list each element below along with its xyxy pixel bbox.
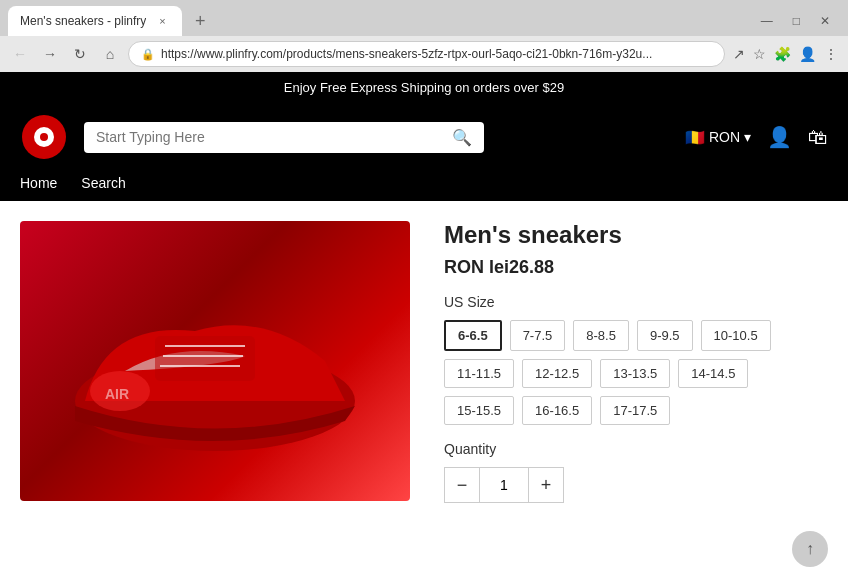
window-minimize-button[interactable]: — xyxy=(755,12,779,30)
size-button-1[interactable]: 7-7.5 xyxy=(510,320,566,351)
flag-icon: 🇷🇴 xyxy=(685,128,705,147)
nav-home-link[interactable]: Home xyxy=(20,175,57,191)
nav-forward-button[interactable]: → xyxy=(38,42,62,66)
size-button-7[interactable]: 13-13.5 xyxy=(600,359,670,388)
promo-banner: Enjoy Free Express Shipping on orders ov… xyxy=(0,72,848,103)
menu-icon[interactable]: ⋮ xyxy=(822,44,840,64)
size-button-4[interactable]: 10-10.5 xyxy=(701,320,771,351)
product-price: RON lei26.88 xyxy=(444,257,818,278)
product-image: AIR xyxy=(20,221,410,501)
svg-point-2 xyxy=(40,133,48,141)
address-actions: ↗ ☆ 🧩 👤 ⋮ xyxy=(731,44,840,64)
quantity-value: 1 xyxy=(480,467,528,503)
window-controls: — □ ✕ xyxy=(755,12,840,30)
product-image-visual: AIR xyxy=(20,221,410,501)
quantity-label: Quantity xyxy=(444,441,818,457)
svg-text:AIR: AIR xyxy=(105,386,129,402)
extensions-icon[interactable]: 🧩 xyxy=(772,44,793,64)
size-button-8[interactable]: 14-14.5 xyxy=(678,359,748,388)
profile-icon[interactable]: 👤 xyxy=(797,44,818,64)
active-tab[interactable]: Men's sneakers - plinfry × xyxy=(8,6,182,36)
currency-selector[interactable]: 🇷🇴 RON ▾ xyxy=(685,128,751,147)
size-grid: 6-6.5 7-7.5 8-8.5 9-9.5 10-10.5 11-11.5 … xyxy=(444,320,818,425)
size-label: US Size xyxy=(444,294,818,310)
site-nav: Home Search xyxy=(0,171,848,201)
nav-home-button[interactable]: ⌂ xyxy=(98,42,122,66)
scroll-top-button[interactable]: ↑ xyxy=(792,531,828,567)
nav-refresh-button[interactable]: ↻ xyxy=(68,42,92,66)
address-bar-row: ← → ↻ ⌂ 🔒 https://www.plinfry.com/produc… xyxy=(0,36,848,72)
nav-back-button[interactable]: ← xyxy=(8,42,32,66)
size-button-6[interactable]: 12-12.5 xyxy=(522,359,592,388)
site-logo[interactable] xyxy=(20,113,68,161)
search-input[interactable] xyxy=(96,129,452,145)
size-button-5[interactable]: 11-11.5 xyxy=(444,359,514,388)
size-button-10[interactable]: 16-16.5 xyxy=(522,396,592,425)
banner-text: Enjoy Free Express Shipping on orders ov… xyxy=(284,80,564,95)
share-icon[interactable]: ↗ xyxy=(731,44,747,64)
window-maximize-button[interactable]: □ xyxy=(787,12,806,30)
size-button-3[interactable]: 9-9.5 xyxy=(637,320,693,351)
lock-icon: 🔒 xyxy=(141,48,155,61)
cart-icon[interactable]: 🛍 xyxy=(808,126,828,149)
window-close-button[interactable]: ✕ xyxy=(814,12,836,30)
new-tab-button[interactable]: + xyxy=(186,7,214,35)
page: Enjoy Free Express Shipping on orders ov… xyxy=(0,72,848,581)
size-button-11[interactable]: 17-17.5 xyxy=(600,396,670,425)
header-right: 🇷🇴 RON ▾ 👤 🛍 xyxy=(685,125,828,149)
tab-close-button[interactable]: × xyxy=(154,13,170,29)
tab-title: Men's sneakers - plinfry xyxy=(20,14,146,28)
tab-bar: Men's sneakers - plinfry × + — □ ✕ xyxy=(0,0,848,36)
site-header: 🔍 🇷🇴 RON ▾ 👤 🛍 xyxy=(0,103,848,171)
quantity-control: − 1 + xyxy=(444,467,818,503)
account-icon[interactable]: 👤 xyxy=(767,125,792,149)
search-bar[interactable]: 🔍 xyxy=(84,122,484,153)
address-text: https://www.plinfry.com/products/mens-sn… xyxy=(161,47,712,61)
quantity-increase-button[interactable]: + xyxy=(528,467,564,503)
product-details: Men's sneakers RON lei26.88 US Size 6-6.… xyxy=(434,221,828,571)
sneaker-svg: AIR xyxy=(45,241,385,481)
address-bar[interactable]: 🔒 https://www.plinfry.com/products/mens-… xyxy=(128,41,725,67)
search-icon[interactable]: 🔍 xyxy=(452,128,472,147)
size-button-2[interactable]: 8-8.5 xyxy=(573,320,629,351)
currency-dropdown-icon: ▾ xyxy=(744,129,751,145)
nav-search-link[interactable]: Search xyxy=(81,175,125,191)
quantity-decrease-button[interactable]: − xyxy=(444,467,480,503)
size-button-0[interactable]: 6-6.5 xyxy=(444,320,502,351)
product-content: AIR Men's sneakers RON lei26.88 US Size … xyxy=(0,201,848,581)
currency-label: RON xyxy=(709,129,740,145)
product-title: Men's sneakers xyxy=(444,221,818,249)
bookmark-icon[interactable]: ☆ xyxy=(751,44,768,64)
size-button-9[interactable]: 15-15.5 xyxy=(444,396,514,425)
svg-rect-4 xyxy=(155,336,255,381)
